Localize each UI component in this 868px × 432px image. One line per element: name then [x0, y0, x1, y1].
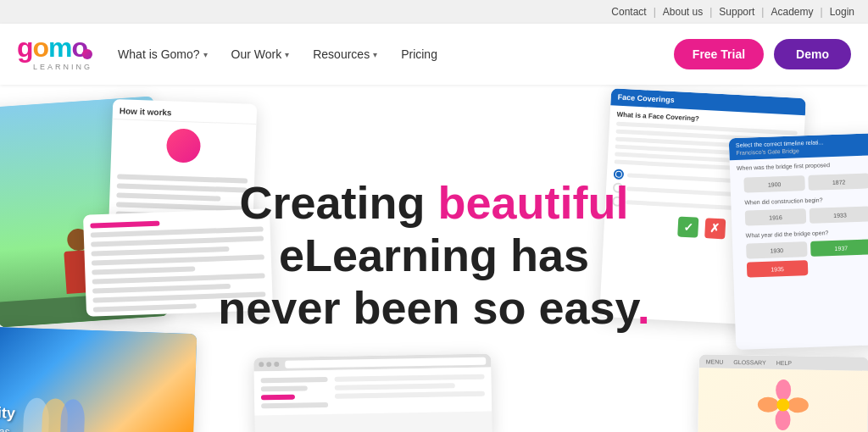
nav-actions: Free Trial Demo	[674, 39, 851, 69]
nav-links: What is Gomo? ▾ Our Work ▾ Resources ▾ P…	[118, 47, 674, 61]
card-quiz: Select the correct timeline relati... Fr…	[729, 133, 868, 350]
nav-item-our-work[interactable]: Our Work ▾	[231, 47, 290, 61]
how-circle-graphic	[166, 128, 201, 163]
chevron-down-icon: ▾	[203, 50, 208, 59]
card-people-photo: ityias	[0, 327, 197, 432]
card-browser	[253, 354, 492, 432]
how-it-works-title: How it works	[113, 99, 258, 125]
card-flower: MENU GLOSSARY HELP	[698, 354, 868, 432]
browser-dot-3	[274, 362, 279, 367]
nav-item-what-is-gomo[interactable]: What is Gomo? ▾	[118, 47, 207, 61]
hero-headline: Creating beautiful eLearning has never b…	[188, 176, 680, 334]
browser-dot-2	[266, 362, 271, 367]
browser-dot-1	[259, 362, 264, 367]
nav-item-pricing[interactable]: Pricing	[401, 47, 437, 61]
top-bar: Contact | About us | Support | Academy |…	[0, 0, 868, 24]
logo-subtext: LEARNING	[33, 63, 92, 71]
navbar: gomo LEARNING What is Gomo? ▾ Our Work ▾…	[0, 24, 868, 85]
chevron-down-icon: ▾	[373, 50, 377, 59]
hero-section: How it works Face Coverings What is	[0, 85, 868, 432]
about-us-link[interactable]: About us	[663, 6, 703, 18]
logo-circle-accent	[82, 49, 92, 59]
chevron-down-icon: ▾	[285, 50, 289, 59]
login-link[interactable]: Login	[830, 6, 854, 18]
browser-url-bar	[285, 357, 486, 368]
logo-text: gomo	[17, 34, 87, 61]
contact-link[interactable]: Contact	[611, 6, 646, 18]
demo-button[interactable]: Demo	[774, 39, 851, 69]
academy-link[interactable]: Academy	[771, 6, 813, 18]
support-link[interactable]: Support	[719, 6, 754, 18]
nav-item-resources[interactable]: Resources ▾	[313, 47, 377, 61]
logo[interactable]: gomo LEARNING	[17, 34, 92, 75]
free-trial-button[interactable]: Free Trial	[674, 39, 764, 69]
hero-title: Creating beautiful eLearning has never b…	[188, 176, 680, 334]
